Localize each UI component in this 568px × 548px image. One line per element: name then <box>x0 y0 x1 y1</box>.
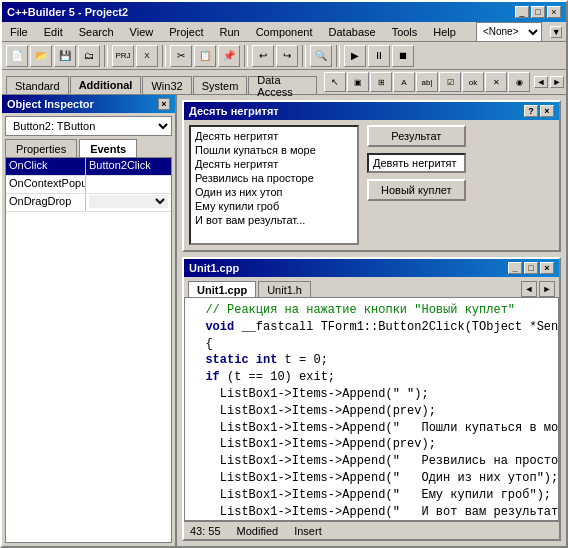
menu-help[interactable]: Help <box>429 25 460 39</box>
code-line-0: // Реакция на нажатие кнопки "Новый купл… <box>191 302 552 319</box>
undo-button[interactable]: ↩ <box>252 45 274 67</box>
status-bar: 43: 55 Modified Insert <box>184 521 559 539</box>
editor-nav-back[interactable]: ◄ <box>521 281 537 297</box>
editor-title: Unit1.cpp _ □ × <box>184 259 559 277</box>
dropdown-arrow[interactable]: ▼ <box>550 26 562 38</box>
component-4[interactable]: ab| <box>416 72 438 92</box>
menu-run[interactable]: Run <box>215 25 243 39</box>
object-inspector: Object Inspector × Button2: TButton Prop… <box>2 95 177 546</box>
inspector-row-onclick[interactable]: OnClick Button2Click <box>6 158 171 176</box>
inspector-component-dropdown[interactable]: Button2: TButton <box>5 116 172 136</box>
menu-project[interactable]: Project <box>165 25 207 39</box>
component-dropdown[interactable]: <None> <box>476 22 542 42</box>
palette-tab-standard[interactable]: Standard <box>6 76 69 94</box>
listbox-item-0[interactable]: Десять негритят <box>193 129 355 143</box>
stop-button[interactable]: ⏹ <box>392 45 414 67</box>
editor-close-button[interactable]: × <box>540 262 554 274</box>
inspector-tab-events[interactable]: Events <box>79 139 137 157</box>
cut-button[interactable]: ✂ <box>170 45 192 67</box>
maximize-button[interactable]: □ <box>531 6 545 18</box>
palette-scroll-right[interactable]: ► <box>550 76 564 88</box>
inspector-prop-value-onclick[interactable]: Button2Click <box>86 158 171 175</box>
inspector-row-ondragdrop[interactable]: OnDragDrop <box>6 194 171 212</box>
dialog-help-button[interactable]: ? <box>524 105 538 117</box>
inspector-close-button[interactable]: × <box>158 98 170 110</box>
palette-tab-dataaccess[interactable]: Data Access <box>248 76 317 94</box>
menu-tools[interactable]: Tools <box>388 25 422 39</box>
listbox-item-5[interactable]: Ему купили гроб <box>193 199 355 213</box>
pause-button[interactable]: ⏸ <box>368 45 390 67</box>
save-all-button[interactable]: 🗂 <box>78 45 100 67</box>
paste-button[interactable]: 📌 <box>218 45 240 67</box>
palette-scroll-left[interactable]: ◄ <box>534 76 548 88</box>
result-edit[interactable]: Девять негритят <box>367 153 466 173</box>
palette-scroll: ◄ ► <box>532 70 566 94</box>
palette-tabs: Standard Additional Win32 System Data Ac… <box>2 70 322 94</box>
menu-edit[interactable]: Edit <box>40 25 67 39</box>
editor-tab-cpp[interactable]: Unit1.cpp <box>188 281 256 297</box>
palette-tab-additional[interactable]: Additional <box>70 76 142 94</box>
menu-view[interactable]: View <box>126 25 158 39</box>
open-button[interactable]: 📂 <box>30 45 52 67</box>
listbox-item-1[interactable]: Пошли купаться в море <box>193 143 355 157</box>
minimize-button[interactable]: _ <box>515 6 529 18</box>
code-line-8: ListBox1->Items->Append(prev); <box>191 436 552 453</box>
component-6[interactable]: ok <box>462 72 484 92</box>
ide-window: C++Builder 5 - Project2 _ □ × File Edit … <box>0 0 568 548</box>
editor-minimize-button[interactable]: _ <box>508 262 522 274</box>
component-1[interactable]: ▣ <box>347 72 369 92</box>
open-proj-button[interactable]: PRJ <box>112 45 134 67</box>
redo-button[interactable]: ↪ <box>276 45 298 67</box>
inspector-row-oncontextpopup[interactable]: OnContextPopu <box>6 176 171 194</box>
result-button[interactable]: Результат <box>367 125 466 147</box>
search-button[interactable]: 🔍 <box>310 45 332 67</box>
listbox-item-3[interactable]: Резвились на просторе <box>193 171 355 185</box>
toolbar-row-1: 📄 📂 💾 🗂 PRJ X ✂ 📋 📌 ↩ ↪ 🔍 ▶ ⏸ ⏹ <box>2 42 566 70</box>
menu-file[interactable]: File <box>6 25 32 39</box>
cursor-tool[interactable]: ↖ <box>324 72 346 92</box>
dialog-title: Десять негритят ? × <box>184 102 559 120</box>
component-3[interactable]: A <box>393 72 415 92</box>
menu-search[interactable]: Search <box>75 25 118 39</box>
save-button[interactable]: 💾 <box>54 45 76 67</box>
component-7[interactable]: ✕ <box>485 72 507 92</box>
editor-tab-h[interactable]: Unit1.h <box>258 281 311 297</box>
inspector-title: Object Inspector × <box>2 95 175 113</box>
drag-drop-select[interactable] <box>89 195 168 208</box>
code-editor: Unit1.cpp _ □ × Unit1.cpp Unit1.h ◄ ► <box>182 257 561 541</box>
listbox-item-2[interactable]: Десять негритят <box>193 157 355 171</box>
run-button[interactable]: ▶ <box>344 45 366 67</box>
verse-button[interactable]: Новый куплет <box>367 179 466 201</box>
design-area: Десять негритят ? × Десять негритят Пошл… <box>177 95 566 546</box>
component-2[interactable]: ⊞ <box>370 72 392 92</box>
palette-tab-win32[interactable]: Win32 <box>142 76 191 94</box>
inspector-prop-value-context[interactable] <box>86 176 171 193</box>
palette-tab-system[interactable]: System <box>193 76 248 94</box>
inspector-tab-properties[interactable]: Properties <box>5 139 77 157</box>
new-button[interactable]: 📄 <box>6 45 28 67</box>
close-button[interactable]: × <box>547 6 561 18</box>
close-button2[interactable]: X <box>136 45 158 67</box>
inspector-grid: OnClick Button2Click OnContextPopu OnDra… <box>5 157 172 543</box>
inspector-prop-name-context: OnContextPopu <box>6 176 86 193</box>
component-8[interactable]: ◉ <box>508 72 530 92</box>
menu-database[interactable]: Database <box>325 25 380 39</box>
editor-nav-buttons: ◄ ► <box>521 281 555 297</box>
editor-title-buttons: _ □ × <box>508 262 554 274</box>
code-line-1: void __fastcall TForm1::Button2Click(TOb… <box>191 319 552 336</box>
menu-component[interactable]: Component <box>252 25 317 39</box>
copy-button[interactable]: 📋 <box>194 45 216 67</box>
inspector-prop-value-drag[interactable] <box>86 194 171 211</box>
component-5[interactable]: ☑ <box>439 72 461 92</box>
separator-1 <box>104 45 108 67</box>
editor-maximize-button[interactable]: □ <box>524 262 538 274</box>
listbox-item-4[interactable]: Один из них утоп <box>193 185 355 199</box>
window-controls: _ □ × <box>515 6 561 18</box>
listbox-main[interactable]: Десять негритят Пошли купаться в море Де… <box>189 125 359 245</box>
editor-nav-forward[interactable]: ► <box>539 281 555 297</box>
dialog-title-text: Десять негритят <box>189 105 279 117</box>
listbox-item-6[interactable]: И вот вам результат... <box>193 213 355 227</box>
main-content: Object Inspector × Button2: TButton Prop… <box>2 95 566 546</box>
code-content[interactable]: // Реакция на нажатие кнопки "Новый купл… <box>184 297 559 521</box>
dialog-close-button[interactable]: × <box>540 105 554 117</box>
